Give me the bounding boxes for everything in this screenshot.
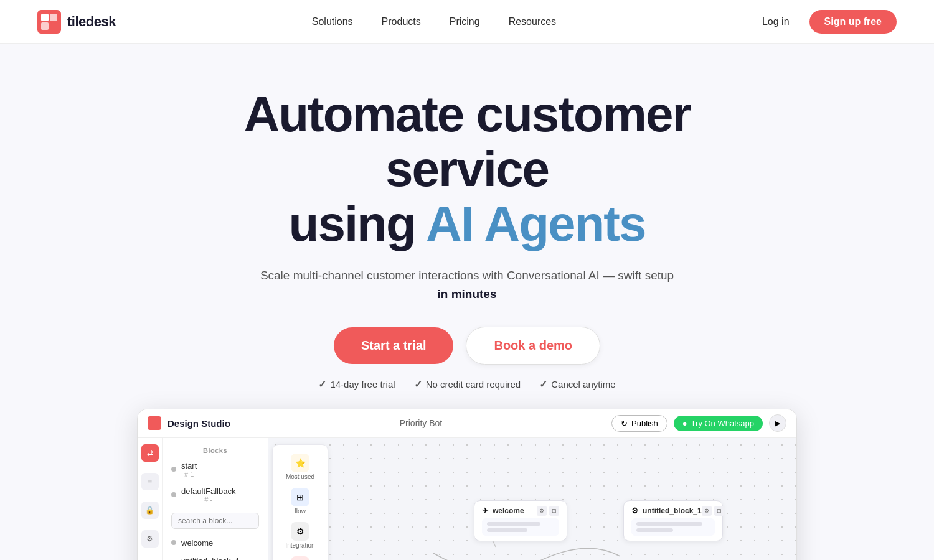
canvas-node-untitled[interactable]: ⚙ untitled_block_1 ⚙ ⊡ [623,500,723,541]
block-label-fallback: defaultFallback [181,487,235,496]
studio-canvas[interactable]: ⭐ Most used ⊞ flow ⚙ Integration 🤖 tip-b… [268,438,796,560]
trial-button[interactable]: Start a trial [334,327,453,364]
check-icon-1: ✓ [318,378,326,390]
canvas-node-welcome-title: welcome [493,506,524,515]
search-block [163,508,268,534]
check-icon-3: ✓ [539,378,547,390]
integration-icon: ⚙ [291,522,309,541]
block-node-integration[interactable]: ⚙ Integration [276,518,324,553]
logo[interactable]: tiledesk [37,10,116,34]
hero-title: Automate customer service using AI Agent… [187,87,747,251]
nav-item-solutions[interactable]: Solutions [301,11,364,32]
canvas-connectors [268,438,796,560]
node-icon-untitled: ⚙ [631,506,639,515]
nav-item-resources[interactable]: Resources [498,11,567,32]
node-copy-welcome[interactable]: ⊡ [549,506,559,516]
hero-title-highlight: AI Agents [426,196,645,251]
hero-badges: ✓ 14-day free trial ✓ No credit card req… [318,378,615,390]
sidebar-blocks-list: Blocks start # 1 defaultFallback # - [163,438,268,560]
studio-header: Design Studio Priority Bot ↻ Publish ● T… [138,409,796,438]
node-settings-untitled[interactable]: ⚙ [702,506,712,516]
sidebar-icon-strip: ⇄ ≡ 🔒 ⚙ [138,438,163,560]
sidebar-block-welcome[interactable]: welcome [163,534,268,552]
badge-no-card: ✓ No credit card required [414,378,521,390]
block-label-welcome: welcome [181,538,213,548]
product-screenshot: Design Studio Priority Bot ↻ Publish ● T… [137,409,797,560]
svg-rect-1 [41,14,49,21]
flow-label: flow [295,508,306,515]
canvas-node-untitled-title: untitled_block_1 [643,506,702,515]
nav-item-pricing[interactable]: Pricing [438,11,491,32]
logo-text: tiledesk [67,14,116,30]
svg-rect-2 [50,14,57,21]
sidebar-block-fallback[interactable]: defaultFallback # - [163,482,268,508]
block-node-tipbot[interactable]: 🤖 tip-bot [276,553,324,560]
sidebar-icon-share[interactable]: ⇄ [141,444,159,462]
integration-label: Integration [285,542,314,549]
studio-title: Design Studio [167,418,230,429]
node-icon-welcome: ✈ [482,506,489,515]
sidebar-icon-lock[interactable]: 🔒 [141,502,159,519]
tipbot-icon: 🤖 [291,556,309,560]
badge-free-trial: ✓ 14-day free trial [318,378,395,390]
publish-button[interactable]: ↻ Publish [611,415,667,432]
studio-center-title: Priority Bot [400,418,442,428]
try-whatsapp-button[interactable]: ● Try On Whatsapp [674,416,763,431]
block-sub-start: # 1 [181,470,197,478]
studio-sidebar: ⇄ ≡ 🔒 ⚙ Blocks start # 1 [138,438,268,560]
hero-section: Automate customer service using AI Agent… [0,44,934,560]
block-label-untitled: untitled_block_1 [181,556,240,560]
sidebar-section-title: Blocks [163,444,268,457]
search-block-input[interactable] [171,513,259,529]
demo-button[interactable]: Book a demo [466,327,600,365]
node-settings-welcome[interactable]: ⚙ [537,506,547,516]
sidebar-block-start[interactable]: start # 1 [163,457,268,482]
blocks-panel: ⭐ Most used ⊞ flow ⚙ Integration 🤖 tip-b… [272,444,328,560]
hero-actions: Start a trial Book a demo [334,327,600,365]
logo-icon [37,10,61,34]
sidebar-icon-settings[interactable]: ⚙ [141,530,159,548]
svg-rect-0 [37,10,61,34]
block-dot-fallback [171,492,176,497]
badge-cancel: ✓ Cancel anytime [539,378,615,390]
hero-subtitle: Scale multi-channel customer interaction… [255,266,679,304]
node-content-untitled [631,518,715,536]
sidebar-icon-filter[interactable]: ≡ [141,473,159,490]
node-copy-untitled[interactable]: ⊡ [714,506,724,516]
studio-header-right: ↻ Publish ● Try On Whatsapp ▶ [611,414,786,432]
block-dot-start [171,467,176,472]
studio-header-left: Design Studio [148,416,230,430]
node-controls-untitled: ⚙ ⊡ [702,506,724,516]
navbar: tiledesk Solutions Products Pricing Reso… [0,0,934,44]
studio-body: ⇄ ≡ 🔒 ⚙ Blocks start # 1 [138,438,796,560]
login-button[interactable]: Log in [752,11,800,32]
studio-logo-icon [148,416,161,430]
canvas-node-welcome-header: ✈ welcome ⚙ ⊡ [482,506,559,516]
svg-rect-3 [41,22,49,30]
most-used-icon: ⭐ [291,454,309,472]
sidebar-block-untitled[interactable]: untitled_block_1 # 1 [163,552,268,560]
navbar-actions: Log in Sign up free [752,10,897,34]
whatsapp-icon: ● [682,419,687,428]
refresh-icon: ↻ [621,419,628,428]
node-controls-welcome: ⚙ ⊡ [537,506,559,516]
nav-menu: Solutions Products Pricing Resources [301,11,567,32]
flow-icon: ⊞ [291,488,309,506]
canvas-node-untitled-header: ⚙ untitled_block_1 ⚙ ⊡ [631,506,715,516]
block-node-most-used[interactable]: ⭐ Most used [276,450,324,484]
block-sub-fallback: # - [181,496,235,503]
block-label-start: start [181,461,197,470]
block-node-flow[interactable]: ⊞ flow [276,484,324,518]
signup-button[interactable]: Sign up free [809,10,897,34]
node-content-welcome [482,518,559,536]
canvas-node-welcome[interactable]: ✈ welcome ⚙ ⊡ [474,500,567,541]
most-used-label: Most used [286,474,314,480]
block-dot-welcome [171,540,176,545]
play-button[interactable]: ▶ [769,414,786,432]
check-icon-2: ✓ [414,378,422,390]
nav-item-products[interactable]: Products [370,11,432,32]
